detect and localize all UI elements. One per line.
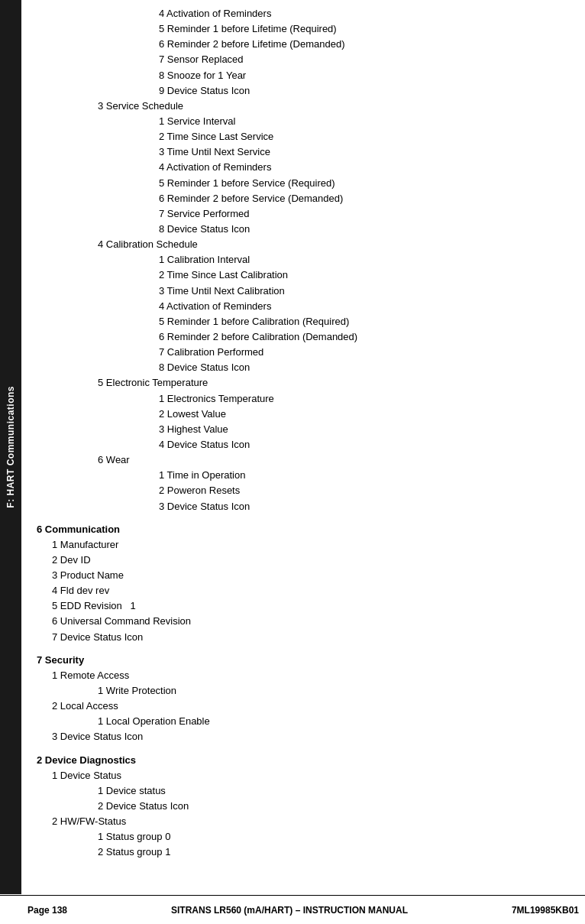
list-item: 2 Status group 1 [98, 845, 570, 860]
list-item: 3 Time Until Next Service [159, 144, 570, 160]
list-item: 2 Local Access [52, 699, 570, 714]
list-item: 1 Time in Operation [159, 468, 570, 483]
list-item: 2 Poweron Resets [159, 483, 570, 498]
list-item: 8 Device Status Icon [159, 222, 570, 237]
list-item: 6 Reminder 2 before Lifetime (Demanded) [159, 37, 570, 52]
list-item: 8 Snooze for 1 Year [159, 68, 570, 83]
list-item: 1 Calibration Interval [159, 252, 570, 267]
section-device-diagnostics: 2 Device Diagnostics 1 Device Status 1 D… [37, 753, 570, 861]
list-item: 5 Reminder 1 before Service (Required) [159, 176, 570, 191]
list-item: 2 Dev ID [52, 553, 570, 568]
list-item: 9 Device Status Icon [159, 83, 570, 99]
list-item: 2 Time Since Last Calibration [159, 267, 570, 283]
list-item: 3 Highest Value [159, 422, 570, 437]
list-item: 6 Wear [98, 452, 570, 468]
list-item: 7 Calibration Performed [159, 345, 570, 360]
footer-page: Page 138 [27, 905, 67, 916]
list-item: 1 Electronics Temperature [159, 391, 570, 407]
list-item: 1 Local Operation Enable [98, 714, 570, 729]
list-item: 4 Fld dev rev [52, 583, 570, 598]
section-communication: 6 Communication 1 Manufacturer 2 Dev ID … [37, 522, 570, 645]
list-item: 7 Sensor Replaced [159, 52, 570, 67]
footer: Page 138 SITRANS LR560 (mA/HART) – INSTR… [0, 895, 585, 924]
list-item: 1 Status group 0 [98, 829, 570, 845]
list-item: 1 Device status [98, 783, 570, 799]
section-heading: 7 Security [37, 653, 570, 668]
list-item: 4 Calibration Schedule [98, 237, 570, 252]
list-item: 3 Device Status Icon [52, 729, 570, 744]
list-item: 1 Write Protection [98, 683, 570, 699]
footer-title: SITRANS LR560 (mA/HART) – INSTRUCTION MA… [171, 905, 408, 916]
list-item: 5 Electronic Temperature [98, 375, 570, 391]
list-item: 7 Device Status Icon [52, 630, 570, 645]
main-content: 4 Activation of Reminders 5 Reminder 1 b… [21, 0, 585, 894]
list-item: 2 Time Since Last Service [159, 129, 570, 144]
list-item: 5 Reminder 1 before Lifetime (Required) [159, 21, 570, 37]
section-security: 7 Security 1 Remote Access 1 Write Prote… [37, 653, 570, 745]
top-lines: 4 Activation of Reminders 5 Reminder 1 b… [37, 6, 570, 514]
list-item: 2 Device Status Icon [98, 799, 570, 814]
list-item: 5 Reminder 1 before Calibration (Require… [159, 314, 570, 329]
list-item: 6 Reminder 2 before Service (Demanded) [159, 191, 570, 206]
list-item: 6 Reminder 2 before Calibration (Demande… [159, 329, 570, 345]
sidebar: F: HART Communications [0, 0, 21, 894]
list-item: 4 Activation of Reminders [159, 299, 570, 314]
list-item: 6 Universal Command Revision [52, 614, 570, 629]
list-item: 1 Service Interval [159, 114, 570, 129]
list-item: 2 HW/FW-Status [52, 814, 570, 829]
list-item: 1 Manufacturer [52, 537, 570, 553]
list-item: 4 Activation of Reminders [159, 160, 570, 175]
list-item: 1 Device Status [52, 768, 570, 783]
list-item: 3 Product Name [52, 568, 570, 583]
list-item: 5 EDD Revision 1 [52, 598, 570, 614]
list-item: 8 Device Status Icon [159, 360, 570, 375]
list-item: 1 Remote Access [52, 668, 570, 683]
section-heading: 2 Device Diagnostics [37, 753, 570, 768]
list-item: 3 Time Until Next Calibration [159, 284, 570, 299]
list-item: 3 Device Status Icon [159, 499, 570, 514]
list-item: 4 Activation of Reminders [159, 6, 570, 21]
section-heading: 6 Communication [37, 522, 570, 537]
footer-code: 7ML19985KB01 [512, 905, 579, 916]
list-item: 7 Service Performed [159, 206, 570, 222]
list-item: 2 Lowest Value [159, 407, 570, 422]
sidebar-label: F: HART Communications [5, 386, 16, 508]
list-item: 4 Device Status Icon [159, 437, 570, 452]
list-item: 3 Service Schedule [98, 99, 570, 114]
